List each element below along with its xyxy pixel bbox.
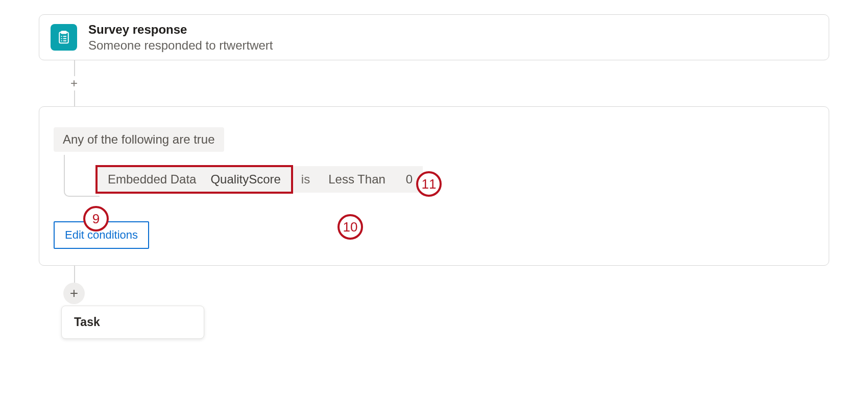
clipboard-icon: [51, 24, 77, 51]
svg-rect-1: [61, 31, 66, 33]
connector-1: +: [67, 60, 82, 106]
trigger-title: Survey response: [88, 22, 273, 37]
callout-9: 9: [83, 206, 109, 232]
trigger-subtitle: Someone responded to rtwertwert: [88, 38, 273, 53]
condition-field: QualityScore: [210, 172, 280, 187]
callout-11: 11: [416, 171, 442, 197]
condition-connector: is: [293, 166, 318, 193]
condition-group-header: Any of the following are true: [54, 127, 224, 152]
add-step-button-1[interactable]: +: [67, 76, 81, 90]
condition-category: Embedded Data: [108, 172, 196, 187]
task-card[interactable]: Task: [61, 306, 204, 339]
condition-tree: Embedded Data QualityScore is Less Than …: [54, 165, 814, 194]
condition-value: 0: [406, 172, 413, 186]
svg-point-4: [61, 38, 62, 39]
svg-point-2: [61, 36, 62, 37]
task-label: Task: [74, 315, 100, 329]
tree-elbow: [64, 155, 100, 197]
connector-2: +: [67, 266, 82, 293]
add-step-button-2[interactable]: +: [63, 283, 85, 304]
trigger-card[interactable]: Survey response Someone responded to rtw…: [39, 14, 829, 60]
workflow-canvas: Survey response Someone responded to rtw…: [0, 0, 868, 393]
condition-operator: Less Than: [328, 172, 385, 186]
trigger-text: Survey response Someone responded to rtw…: [88, 22, 273, 53]
svg-point-6: [61, 40, 62, 41]
condition-field-chip[interactable]: Embedded Data QualityScore: [95, 165, 293, 194]
condition-row: Embedded Data QualityScore is Less Than …: [95, 165, 814, 194]
callout-10: 10: [337, 214, 363, 240]
condition-card[interactable]: Any of the following are true Embedded D…: [39, 106, 829, 266]
condition-operator-chip[interactable]: Less Than: [318, 166, 396, 193]
task-row: Task: [56, 306, 829, 339]
